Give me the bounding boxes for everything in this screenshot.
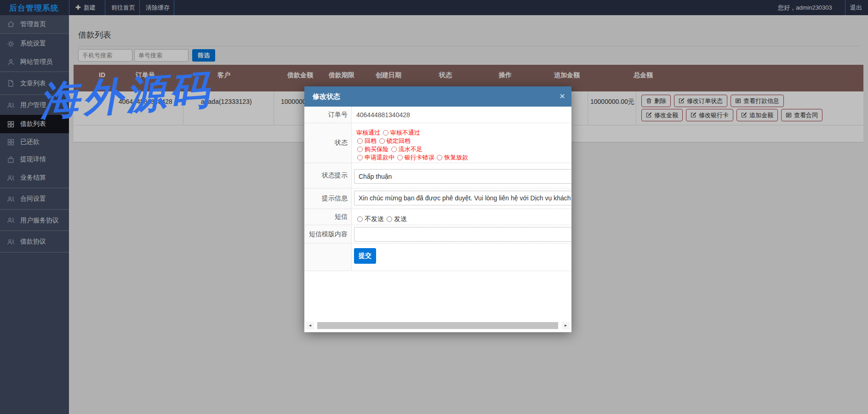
modal-header: 修改状态 ×: [304, 86, 571, 107]
status-tip-label: 状态提示: [304, 163, 348, 188]
form-row-sms-template: 短信模版内容: [304, 225, 571, 244]
message-label: 提示信息: [304, 188, 348, 209]
form-row-order-no: 订单号 406444881340428: [304, 107, 571, 123]
radio-status-lock-rollback[interactable]: [379, 138, 385, 144]
status-options-line2: 回档 锁定回档: [356, 137, 411, 145]
status-tip-input[interactable]: [354, 169, 571, 184]
status-option-approved[interactable]: 审核通过: [356, 129, 380, 136]
modal-title: 修改状态: [313, 92, 340, 101]
radio-status-rollback[interactable]: [357, 138, 363, 144]
sms-template-label: 短信模版内容: [304, 225, 348, 243]
submit-button[interactable]: 提交: [354, 248, 376, 264]
scroll-right-arrow[interactable]: ►: [562, 322, 570, 329]
form-row-submit: 提交: [304, 244, 571, 271]
screen: 后台管理系统 ✚新建 前往首页 清除缓存 您好，admin230303 退出 管…: [0, 0, 868, 414]
form-row-status: 状态 审核通过 审核不通过 回档 锁定回档 购买保险 流水不足 申请退款中 银行…: [304, 123, 571, 163]
scrollbar-thumb[interactable]: [317, 322, 558, 329]
edit-status-modal: 修改状态 × 订单号 406444881340428 状态 审核通过 审核不通过…: [304, 86, 571, 332]
status-option-rejected[interactable]: 审核不通过: [390, 129, 420, 136]
status-options-line1: 审核通过 审核不通过: [356, 129, 420, 137]
sms-options: 不发送 发送: [356, 215, 407, 223]
scroll-left-arrow[interactable]: ◄: [306, 322, 314, 329]
radio-sms-no-send[interactable]: [357, 216, 363, 222]
modal-horizontal-scrollbar: ◄ ►: [306, 322, 570, 329]
close-icon[interactable]: ×: [560, 90, 565, 102]
radio-status-buy-insurance[interactable]: [357, 147, 363, 152]
sms-template-input[interactable]: [354, 227, 571, 242]
form-row-sms: 短信 不发送 发送: [304, 209, 571, 225]
status-options-line3: 购买保险 流水不足: [356, 145, 423, 153]
status-options-line4: 申请退款中 银行卡错误 恢复放款: [356, 153, 468, 162]
radio-status-resume-lending[interactable]: [437, 155, 442, 160]
radio-status-rejected[interactable]: [383, 130, 388, 136]
form-row-message: 提示信息: [304, 188, 571, 209]
radio-status-insufficient-flow[interactable]: [391, 147, 397, 152]
form-row-status-tip: 状态提示: [304, 163, 571, 188]
radio-status-refund-requested[interactable]: [357, 155, 363, 160]
order-no-label: 订单号: [304, 107, 348, 123]
message-input[interactable]: [354, 191, 571, 205]
sms-label: 短信: [304, 209, 348, 225]
order-no-value: 406444881340428: [356, 111, 410, 119]
radio-sms-send[interactable]: [387, 216, 392, 222]
radio-status-bank-card-error[interactable]: [397, 155, 403, 160]
status-label: 状态: [304, 123, 348, 163]
